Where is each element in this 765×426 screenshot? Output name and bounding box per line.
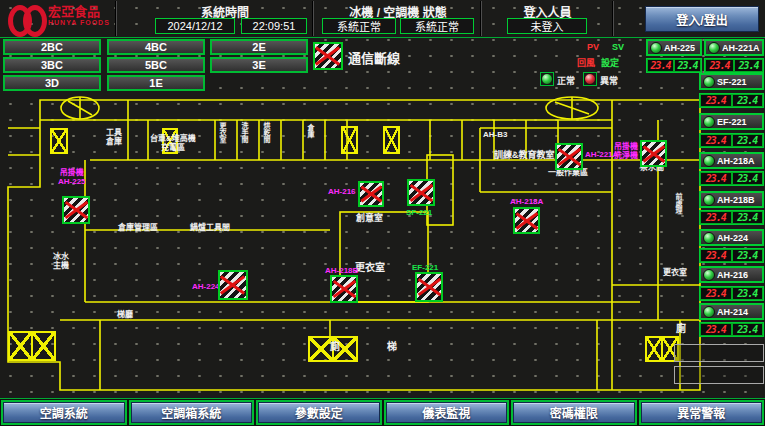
room-label-chiller: 冰水主機 bbox=[53, 252, 69, 270]
unit-temps-ah225: 23.423.4 bbox=[646, 58, 702, 73]
room-label-warehouse: 倉庫管理區 bbox=[118, 223, 158, 232]
room-label-locker-r: 更衣室 bbox=[663, 268, 687, 277]
hmi-screen: 工具倉庫 台車&堆高機充電區 更衣室 洗手間 烘乾間 倉庫 AH-B3 訓練&教… bbox=[0, 0, 765, 426]
nav-ac-system-button[interactable]: 空調系統 bbox=[3, 402, 125, 423]
room-label-boiler: 鍋爐工具間 bbox=[190, 223, 230, 232]
chiller-status-value: 系統正常 bbox=[322, 18, 396, 34]
unit-button-ah218b[interactable]: AH-218B bbox=[699, 191, 764, 208]
status-led bbox=[703, 116, 715, 128]
unit-button-ef221[interactable]: EF-221 bbox=[699, 113, 764, 130]
setting-label: 設定 bbox=[601, 56, 619, 69]
floor-button-5bc[interactable]: 5BC bbox=[107, 57, 205, 73]
device-label-sf221: SF-221 bbox=[406, 208, 432, 217]
device-icon-ah221a[interactable] bbox=[555, 143, 583, 170]
unit-temps-ah218b: 23.423.4 bbox=[699, 210, 764, 225]
room-label-charge: 台車&堆高機充電區 bbox=[150, 134, 196, 152]
nav-meter-monitor-button[interactable]: 儀表監視 bbox=[386, 402, 508, 423]
floor-button-3bc[interactable]: 3BC bbox=[3, 57, 101, 73]
device-icon-ah216[interactable] bbox=[358, 181, 384, 207]
room-label-idea: 創意室 bbox=[356, 214, 383, 223]
unit-button-ah225[interactable]: AH-225 bbox=[646, 39, 702, 56]
stair-icon bbox=[383, 126, 400, 154]
room-label-wc2: 廁 bbox=[676, 324, 686, 333]
login-user-value: 未登入 bbox=[507, 18, 587, 34]
unit-temps-ah214: 23.423.4 bbox=[699, 322, 764, 337]
status-led bbox=[703, 269, 715, 281]
unit-temps-ah216: 23.423.4 bbox=[699, 286, 764, 301]
floor-button-4bc[interactable]: 4BC bbox=[107, 39, 205, 55]
unit-temps-ah221a: 23.423.4 bbox=[704, 58, 764, 73]
nav-parameter-settings-button[interactable]: 參數設定 bbox=[258, 402, 380, 423]
room-label-vert2: 洗手間 bbox=[240, 122, 248, 143]
unit-button-sf221[interactable]: SF-221 bbox=[699, 73, 764, 90]
brand-name: 宏亞食品 HUNYA FOODS bbox=[48, 6, 110, 28]
device-icon-ah218b[interactable] bbox=[330, 275, 358, 303]
unit-button-ah224[interactable]: AH-224 bbox=[699, 229, 764, 246]
header-bar: 宏亞食品 HUNYA FOODS 系統時間 2024/12/12 22:09:5… bbox=[0, 0, 765, 38]
room-label-lobby: 梯廳 bbox=[117, 310, 133, 319]
unit-button-ah218a[interactable]: AH-218A bbox=[699, 152, 764, 169]
floor-button-3e[interactable]: 3E bbox=[210, 57, 308, 73]
status-led bbox=[650, 42, 662, 54]
unit-button-ah216[interactable]: AH-216 bbox=[699, 266, 764, 283]
nav-ahu-system-button[interactable]: 空調箱系統 bbox=[131, 402, 253, 423]
device-icon-hoist[interactable] bbox=[640, 140, 667, 167]
system-time-value: 22:09:51 bbox=[241, 18, 307, 34]
status-led bbox=[703, 76, 715, 88]
normal-label: 正常 bbox=[557, 74, 575, 87]
room-label-vert4: 倉庫 bbox=[306, 124, 314, 138]
ac-status-value: 系統正常 bbox=[400, 18, 474, 34]
comm-loss-icon bbox=[313, 42, 343, 70]
room-label-training: 訓練&教育教室 bbox=[494, 151, 555, 160]
room-label-tool: 工具倉庫 bbox=[106, 128, 122, 146]
stair-icon bbox=[8, 331, 56, 361]
status-led bbox=[703, 306, 715, 318]
status-led bbox=[703, 232, 715, 244]
floor-button-3d[interactable]: 3D bbox=[3, 75, 101, 91]
device-icon-ah218a[interactable] bbox=[513, 207, 540, 234]
room-label-ahb3: AH-B3 bbox=[483, 130, 507, 139]
sv-label: SV bbox=[612, 42, 624, 52]
nav-abnormal-alarm-button[interactable]: 異常警報 bbox=[641, 402, 763, 423]
device-label-hoist: 吊掛機洗淨機 bbox=[614, 142, 638, 160]
unit-temps-ah224: 23.423.4 bbox=[699, 248, 764, 263]
abnormal-led-icon bbox=[583, 72, 597, 86]
pv-label: PV bbox=[587, 42, 599, 52]
device-label-ah218a: AH-218A bbox=[510, 197, 543, 206]
stair-icon bbox=[341, 126, 358, 154]
unit-temps-sf221: 23.423.4 bbox=[699, 93, 764, 108]
device-label-ah216: AH-216 bbox=[328, 187, 356, 196]
room-label-vert1: 更衣室 bbox=[218, 122, 226, 143]
unit-temps-ef221: 23.423.4 bbox=[699, 133, 764, 148]
login-logout-button[interactable]: 登入/登出 bbox=[645, 6, 759, 32]
room-label-preproc: 前處理 bbox=[674, 193, 682, 214]
status-led bbox=[703, 194, 715, 206]
device-icon-ah225[interactable] bbox=[62, 196, 90, 224]
return-air-label: 回風 bbox=[577, 56, 595, 69]
device-icon-ef221[interactable] bbox=[415, 272, 443, 302]
device-label-ah218b: AH-218B bbox=[325, 266, 358, 275]
room-label-locker-c: 更衣室 bbox=[355, 263, 385, 272]
empty-slot bbox=[674, 366, 764, 384]
room-label-stair-c: 梯 bbox=[387, 342, 397, 351]
room-label-wc1: 廁 bbox=[330, 342, 340, 351]
floor-button-2bc[interactable]: 2BC bbox=[3, 39, 101, 55]
abnormal-label: 異常 bbox=[600, 74, 618, 87]
room-label-vert3: 烘乾間 bbox=[262, 122, 270, 143]
comm-loss-label: 通信斷線 bbox=[348, 48, 400, 67]
device-label-ah225: 吊掛機AH-225 bbox=[58, 168, 86, 186]
device-label-ah224: AH-224 bbox=[192, 282, 220, 291]
status-led bbox=[708, 42, 720, 54]
unit-temps-ah218a: 23.423.4 bbox=[699, 171, 764, 186]
normal-led-icon bbox=[540, 72, 554, 86]
status-led bbox=[703, 155, 715, 167]
nav-password-permission-button[interactable]: 密碼權限 bbox=[513, 402, 635, 423]
floor-button-2e[interactable]: 2E bbox=[210, 39, 308, 55]
empty-slot bbox=[674, 344, 764, 362]
device-icon-sf221[interactable] bbox=[407, 179, 435, 206]
bottom-nav: 空調系統 空調箱系統 參數設定 儀表監視 密碼權限 異常警報 bbox=[0, 398, 765, 426]
device-icon-ah224[interactable] bbox=[218, 270, 248, 300]
unit-button-ah221a[interactable]: AH-221A bbox=[704, 39, 764, 56]
unit-button-ah214[interactable]: AH-214 bbox=[699, 303, 764, 320]
floor-button-1e[interactable]: 1E bbox=[107, 75, 205, 91]
